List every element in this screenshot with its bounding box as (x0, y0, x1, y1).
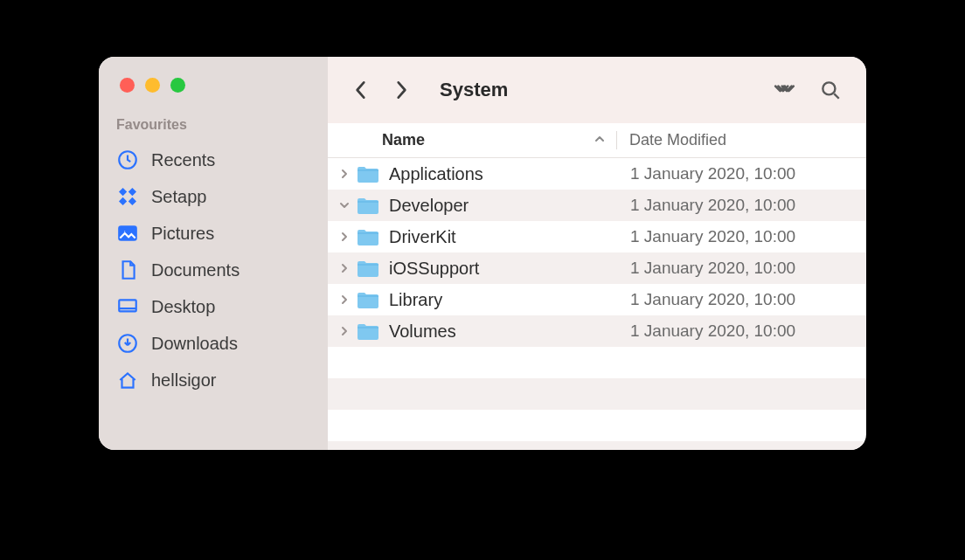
sidebar-item-setapp[interactable]: Setapp (99, 178, 328, 215)
column-date-modified[interactable]: Date Modified (616, 131, 866, 149)
column-name-label: Name (382, 131, 425, 149)
empty-row (328, 441, 866, 450)
file-date: 1 January 2020, 10:00 (616, 290, 866, 309)
svg-rect-5 (119, 226, 136, 239)
file-row[interactable]: Library 1 January 2020, 10:00 (328, 284, 866, 315)
svg-point-9 (823, 82, 835, 94)
sidebar-item-label: Documents (151, 260, 240, 280)
svg-rect-7 (119, 300, 136, 311)
back-button[interactable] (349, 73, 373, 107)
clock-icon (116, 149, 139, 171)
svg-rect-3 (119, 197, 127, 205)
empty-row (328, 378, 866, 410)
svg-rect-4 (128, 197, 136, 205)
sidebar-item-documents[interactable]: Documents (99, 252, 328, 288)
file-name: Library (389, 290, 616, 310)
file-row[interactable]: iOSSupport 1 January 2020, 10:00 (328, 252, 866, 284)
sidebar-item-label: Desktop (151, 297, 215, 317)
file-name: DriverKit (389, 227, 616, 247)
file-row[interactable]: Applications 1 January 2020, 10:00 (328, 158, 866, 190)
file-date: 1 January 2020, 10:00 (616, 164, 866, 183)
file-row[interactable]: DriverKit 1 January 2020, 10:00 (328, 221, 866, 252)
sidebar-item-desktop[interactable]: Desktop (99, 288, 328, 325)
finder-window: Favourites Recents Setapp Pictures Docum… (99, 57, 866, 450)
file-row[interactable]: Volumes 1 January 2020, 10:00 (328, 315, 866, 347)
pictures-icon (116, 222, 139, 245)
toolbar: System (328, 57, 866, 123)
sidebar-item-label: Recents (151, 150, 215, 170)
columns-header: Name Date Modified (328, 123, 866, 158)
folder-icon (356, 289, 380, 310)
file-name: iOSSupport (389, 259, 616, 279)
close-window-button[interactable] (120, 78, 135, 93)
minimize-window-button[interactable] (145, 78, 160, 93)
fullscreen-window-button[interactable] (170, 78, 185, 93)
svg-rect-1 (119, 188, 127, 196)
file-date: 1 January 2020, 10:00 (616, 227, 866, 246)
window-title: System (440, 79, 508, 101)
empty-row (328, 410, 866, 441)
empty-row (328, 347, 866, 378)
disclosure-right-icon[interactable] (337, 294, 352, 305)
file-row[interactable]: Developer 1 January 2020, 10:00 (328, 190, 866, 221)
sidebar-item-pictures[interactable]: Pictures (99, 215, 328, 252)
main-pane: System Name Date Modified (328, 57, 866, 450)
file-date: 1 January 2020, 10:00 (616, 259, 866, 278)
folder-icon (356, 163, 380, 184)
file-name: Applications (389, 164, 616, 184)
downloads-icon (116, 332, 139, 355)
folder-icon (356, 321, 380, 342)
folder-icon (356, 226, 380, 247)
desktop-icon (116, 295, 139, 318)
file-name: Developer (389, 196, 616, 216)
home-icon (116, 369, 139, 391)
sidebar-item-label: Pictures (151, 224, 214, 244)
documents-icon (116, 259, 139, 281)
disclosure-down-icon[interactable] (337, 200, 352, 211)
sidebar-item-downloads[interactable]: Downloads (99, 325, 328, 362)
forward-button[interactable] (389, 73, 413, 107)
disclosure-right-icon[interactable] (337, 169, 352, 179)
disclosure-right-icon[interactable] (337, 263, 352, 273)
sort-ascending-icon (594, 131, 606, 149)
file-date: 1 January 2020, 10:00 (616, 196, 866, 215)
column-date-label: Date Modified (629, 131, 726, 149)
overflow-button[interactable] (770, 75, 800, 105)
file-name: Volumes (389, 321, 616, 342)
sidebar-item-label: Downloads (151, 334, 238, 354)
svg-rect-2 (128, 188, 136, 196)
file-list: Applications 1 January 2020, 10:00 Devel… (328, 158, 866, 450)
setapp-icon (116, 185, 139, 208)
sidebar-item-label: hellsigor (151, 370, 216, 391)
sidebar-item-label: Setapp (151, 187, 206, 207)
folder-icon (356, 195, 380, 216)
sidebar-item-recents[interactable]: Recents (99, 142, 328, 178)
column-name[interactable]: Name (328, 131, 616, 149)
disclosure-right-icon[interactable] (337, 326, 352, 336)
file-date: 1 January 2020, 10:00 (616, 321, 866, 341)
sidebar-heading: Favourites (99, 117, 328, 133)
window-controls (99, 78, 328, 93)
search-button[interactable] (816, 75, 845, 105)
sidebar-item-home[interactable]: hellsigor (99, 362, 328, 398)
folder-icon (356, 258, 380, 279)
disclosure-right-icon[interactable] (337, 232, 352, 242)
sidebar: Favourites Recents Setapp Pictures Docum… (99, 57, 328, 450)
